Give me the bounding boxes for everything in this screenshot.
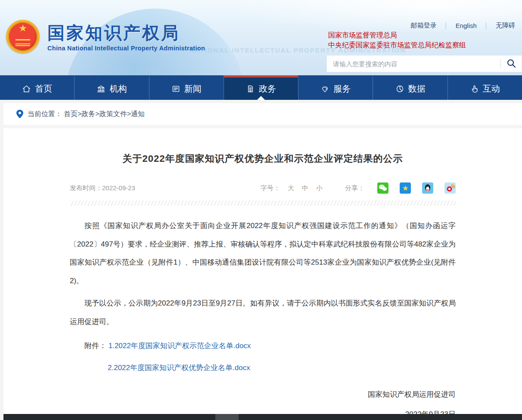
article-title: 关于2022年度国家知识产权优势企业和示范企业评定结果的公示: [70, 152, 456, 165]
nav-item-data[interactable]: 数据: [373, 75, 447, 100]
accessibility-link[interactable]: 无障碍: [496, 22, 515, 30]
breadcrumb: 当前位置： 首页>政务>政策文件>通知: [3, 103, 522, 125]
share-controls: 分享： ★: [345, 182, 456, 194]
national-emblem-logo: ★: [6, 20, 40, 53]
wechat-share-icon[interactable]: [377, 182, 388, 194]
hatched-divider: [70, 201, 456, 206]
hand-pointer-icon: [470, 84, 479, 93]
site-header: NATIONAL INTELLECTUAL PROPERTY ADMINISTR…: [0, 0, 522, 75]
institution-icon: [96, 84, 106, 93]
nav-item-home[interactable]: 首页: [0, 75, 74, 100]
location-pin-icon: [16, 110, 23, 118]
article-paragraph: 现予以公示，公示期为2022年9月23日至9月27日。如有异议，请于公示期内以书…: [70, 294, 456, 331]
search-icon: [506, 58, 516, 70]
discipline-inspection-link[interactable]: 中央纪委国家监委驻市场监管总局纪检监察组: [328, 40, 466, 50]
breadcrumb-path[interactable]: 首页>政务>政策文件>通知: [64, 110, 145, 119]
document-seal-icon: [246, 84, 255, 93]
attachment-link-2[interactable]: 2.2022年度国家知识产权优势企业名单.docx: [108, 364, 250, 372]
font-size-large[interactable]: 大: [288, 184, 294, 192]
font-size-controls: 字号： 大 中 小: [261, 184, 323, 192]
service-heart-icon: [320, 84, 329, 93]
weibo-share-icon[interactable]: [444, 182, 456, 194]
pie-chart-icon: [395, 84, 404, 93]
page: NATIONAL INTELLECTUAL PROPERTY ADMINISTR…: [0, 0, 522, 420]
samr-link[interactable]: 国家市场监督管理总局: [328, 30, 466, 40]
utility-links: 邮箱登录 │ English │ 无障碍: [411, 22, 515, 30]
mail-login-link[interactable]: 邮箱登录: [411, 22, 437, 30]
english-link[interactable]: English: [456, 22, 477, 29]
nav-item-services[interactable]: 服务: [298, 75, 373, 100]
news-icon: [171, 84, 180, 93]
qzone-share-icon[interactable]: ★: [400, 182, 411, 194]
article-meta: 发布时间：2022-09-23 字号： 大 中 小 分享： ★: [70, 182, 456, 194]
search-button[interactable]: [501, 56, 522, 72]
font-size-medium[interactable]: 中: [302, 184, 308, 192]
main-nav: 首页 机构 新闻 政务 服务: [0, 75, 522, 100]
footer-bar-segment: [215, 414, 239, 420]
attachments-label: 附件：: [84, 342, 106, 350]
font-size-small[interactable]: 小: [316, 184, 323, 192]
publish-date: 发布时间：2022-09-23: [70, 184, 135, 192]
search-input[interactable]: [327, 60, 500, 68]
site-brand: ★ 国家知识产权局 China National Intellectual Pr…: [6, 20, 205, 53]
breadcrumb-label: 当前位置：: [28, 110, 62, 119]
nav-item-institution[interactable]: 机构: [74, 75, 149, 100]
share-label: 分享：: [345, 184, 364, 192]
signing-department: 国家知识产权局运用促进司: [70, 385, 456, 405]
link-separator: │: [485, 22, 488, 29]
nav-item-government-affairs[interactable]: 政务: [224, 75, 298, 100]
footer-top-bar: [3, 414, 522, 420]
article-paragraph: 按照《国家知识产权局办公室关于面向企业开展2022年度知识产权强国建设示范工作的…: [70, 217, 456, 290]
nav-item-interaction[interactable]: 互动: [447, 75, 522, 100]
attachment-row: 附件： 1.2022年度国家知识产权示范企业名单.docx: [70, 337, 456, 355]
article-panel: 关于2022年度国家知识产权优势企业和示范企业评定结果的公示 发布时间：2022…: [3, 128, 522, 414]
site-title: 国家知识产权局: [47, 23, 205, 42]
nav-item-news[interactable]: 新闻: [149, 75, 224, 100]
attachment-link-1[interactable]: 1.2022年度国家知识产权示范企业名单.docx: [109, 342, 251, 350]
link-separator: │: [444, 22, 448, 29]
home-icon: [22, 84, 31, 93]
attachment-row: 2.2022年度国家知识产权优势企业名单.docx: [70, 359, 456, 377]
site-title-english: China National Intellectual Property Adm…: [47, 45, 205, 52]
related-agency-links: 国家市场监督管理总局 中央纪委国家监委驻市场监管总局纪检监察组: [328, 30, 466, 50]
search-box: [326, 55, 522, 72]
qq-share-icon[interactable]: [422, 182, 433, 194]
font-size-label: 字号：: [261, 184, 280, 192]
